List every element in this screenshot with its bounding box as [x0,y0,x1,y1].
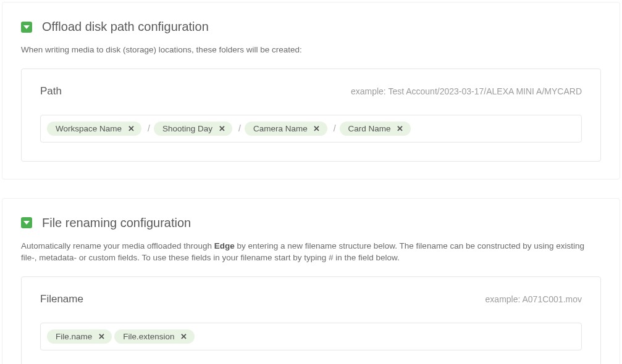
token-workspace-name[interactable]: Workspace Name ✕ [47,122,141,136]
remove-token-icon[interactable]: ✕ [97,332,106,341]
token-label: Workspace Name [56,124,122,133]
remove-token-icon[interactable]: ✕ [313,124,321,133]
renaming-panel-title: File renaming configuration [42,216,191,230]
filename-config-box: Filename example: A071C001.mov File.name… [21,276,601,364]
token-file-extension[interactable]: File.extension ✕ [114,329,194,344]
filename-example: example: A071C001.mov [485,294,582,304]
filename-token-field[interactable]: File.name ✕ File.extension ✕ [40,323,582,350]
remove-token-icon[interactable]: ✕ [396,124,405,133]
token-card-name[interactable]: Card Name ✕ [340,122,411,136]
path-example: example: Test Account/2023-03-17/ALEXA M… [351,86,582,96]
path-separator: / [238,123,241,133]
renaming-panel-header: File renaming configuration [21,216,601,230]
renaming-desc-strong: Edge [214,241,235,250]
token-label: File.extension [123,332,174,341]
path-separator: / [334,123,336,133]
filename-label: Filename [40,293,83,305]
chevron-down-icon [23,25,30,29]
renaming-panel-description: Automatically rename your media offloade… [21,240,601,264]
remove-token-icon[interactable]: ✕ [217,124,226,133]
path-token-field[interactable]: Workspace Name ✕ / Shooting Day ✕ / Came… [40,115,582,143]
remove-token-icon[interactable]: ✕ [127,124,135,133]
token-file-name[interactable]: File.name ✕ [47,329,112,344]
offload-panel-header: Offload disk path configuration [21,20,601,34]
offload-panel: Offload disk path configuration When wri… [2,2,620,180]
path-label: Path [40,85,62,97]
token-label: File.name [56,332,92,341]
offload-panel-title: Offload disk path configuration [42,20,209,34]
renaming-panel: File renaming configuration Automaticall… [2,198,620,364]
collapse-toggle-button[interactable] [21,217,32,228]
path-config-header: Path example: Test Account/2023-03-17/AL… [40,85,582,97]
collapse-toggle-button[interactable] [21,22,32,33]
token-label: Camera Name [253,124,308,133]
token-camera-name[interactable]: Camera Name ✕ [245,122,327,136]
token-shooting-day[interactable]: Shooting Day ✕ [154,122,232,136]
remove-token-icon[interactable]: ✕ [180,332,188,341]
filename-config-header: Filename example: A071C001.mov [40,293,582,305]
path-separator: / [148,123,150,133]
renaming-desc-pre: Automatically rename your media offloade… [21,241,214,250]
token-label: Card Name [348,124,391,133]
offload-panel-description: When writing media to disk (storage) loc… [21,44,601,56]
token-label: Shooting Day [162,124,212,133]
chevron-down-icon [23,221,30,225]
path-config-box: Path example: Test Account/2023-03-17/AL… [21,68,601,162]
